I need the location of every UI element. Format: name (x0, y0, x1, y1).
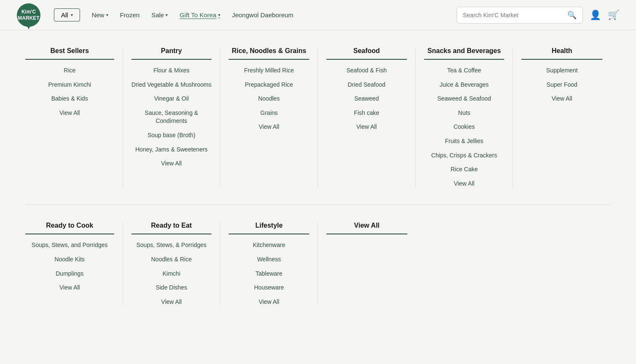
section-link-item[interactable]: View All (454, 180, 475, 188)
bottom-section-title-3: View All (326, 222, 407, 234)
section-link-item[interactable]: View All (259, 123, 279, 131)
nav-frozen[interactable]: Frozen (120, 11, 140, 19)
header: Kim'C MARKET All ▾ New ▾ Frozen Sale ▾ G… (0, 0, 636, 30)
bottom-link-item[interactable]: Dumplings (56, 270, 83, 278)
section-link-item[interactable]: Tea & Coffee (447, 66, 481, 75)
section-link-item[interactable]: Grains (260, 109, 278, 117)
section-links-0: RicePremium KimchiBabies & KidsView All (25, 66, 114, 117)
section-title-3: Seafood (326, 47, 407, 60)
section-link-item[interactable]: Soup base (Broth) (147, 131, 195, 140)
section-title-1: Pantry (131, 47, 212, 60)
section-link-item[interactable]: Fruits & Jellies (445, 137, 483, 146)
section-4: Snacks and BeveragesTea & CoffeeJuice & … (416, 47, 513, 188)
section-link-item[interactable]: Dried Seafood (348, 81, 386, 89)
section-link-item[interactable]: Flour & Mixes (153, 66, 190, 75)
bottom-section-1: Ready to EatSoups, Stews, & PorridgesNoo… (123, 222, 221, 306)
bottom-link-item[interactable]: View All (259, 298, 279, 306)
cart-icon[interactable]: 🛒 (608, 10, 619, 21)
section-links-5: SupplementSuper FoodView All (521, 66, 602, 103)
logo[interactable]: Kim'C MARKET (17, 3, 40, 27)
search-button[interactable]: 🔍 (567, 11, 577, 20)
nav-new[interactable]: New ▾ (92, 11, 108, 19)
section-link-item[interactable]: Cookies (454, 123, 475, 131)
section-link-item[interactable]: Rice Cake (451, 165, 478, 174)
section-link-item[interactable]: Seafood & Fish (346, 66, 387, 75)
section-link-item[interactable]: Freshly Milled Rice (244, 66, 294, 75)
bottom-link-item[interactable]: Kimchi (163, 270, 180, 278)
section-link-item[interactable]: Seaweed & Seafood (437, 95, 491, 103)
nav-gift[interactable]: Gift To Korea ▾ (179, 11, 220, 19)
nav-new-chevron-icon: ▾ (106, 13, 108, 17)
section-link-item[interactable]: View All (59, 109, 80, 117)
section-link-item[interactable]: View All (356, 123, 377, 131)
section-0: Best SellersRicePremium KimchiBabies & K… (25, 47, 123, 188)
dropdown-content: Best SellersRicePremium KimchiBabies & K… (0, 30, 636, 364)
section-link-item[interactable]: Rice (64, 66, 75, 75)
nav-all-label: All (61, 11, 68, 19)
bottom-section-title-1: Ready to Eat (131, 222, 212, 234)
search-icon: 🔍 (567, 11, 577, 19)
section-link-item[interactable]: Noodles (258, 95, 280, 103)
section-link-item[interactable]: View All (161, 159, 182, 168)
search-area: 🔍 👤 🛒 (457, 7, 619, 24)
section-link-item[interactable]: View All (552, 95, 572, 103)
bottom-link-item[interactable]: Houseware (254, 284, 284, 292)
section-2: Rice, Noodles & GrainsFreshly Milled Ric… (220, 47, 318, 188)
section-link-item[interactable]: Honey, Jams & Sweeteners (135, 146, 208, 154)
bottom-link-item[interactable]: View All (59, 284, 80, 292)
section-link-item[interactable]: Prepackaged Rice (245, 81, 293, 89)
logo-text: Kim'C MARKET (18, 9, 39, 21)
bottom-link-item[interactable]: Noodles & Rice (151, 255, 192, 264)
nav-sale[interactable]: Sale ▾ (151, 11, 168, 19)
section-title-4: Snacks and Beverages (424, 47, 505, 60)
section-links-1: Flour & MixesDried Vegetable & Mushrooms… (131, 66, 212, 168)
section-3: SeafoodSeafood & FishDried SeafoodSeawee… (318, 47, 416, 188)
section-1: PantryFlour & MixesDried Vegetable & Mus… (123, 47, 221, 188)
bottom-link-item[interactable]: Noodle Kits (55, 255, 85, 264)
nav-all-button[interactable]: All ▾ (54, 8, 80, 21)
section-title-0: Best Sellers (25, 47, 114, 60)
search-box: 🔍 (457, 7, 583, 24)
bottom-grid: Ready to CookSoups, Stews, and Porridges… (25, 222, 611, 306)
bottom-links-0: Soups, Stews, and PorridgesNoodle KitsDu… (25, 241, 114, 292)
section-link-item[interactable]: Nuts (458, 109, 470, 117)
nav-jeongwol[interactable]: Jeongwol Daeboreum (232, 11, 294, 19)
section-title-5: Health (521, 47, 602, 60)
section-link-item[interactable]: Supplement (546, 66, 578, 75)
bottom-link-item[interactable]: Soups, Stews, and Porridges (32, 241, 108, 250)
bottom-links-1: Soups, Stews, & PorridgesNoodles & RiceK… (131, 241, 212, 306)
section-link-item[interactable]: Sauce, Seasoning & Condiments (131, 109, 212, 125)
bottom-link-item[interactable]: Tableware (256, 270, 283, 278)
section-5: HealthSupplementSuper FoodView All (513, 47, 611, 188)
nav-sale-chevron-icon: ▾ (166, 13, 168, 17)
user-icon[interactable]: 👤 (590, 10, 601, 21)
nav-all-chevron-icon: ▾ (71, 13, 73, 17)
search-input[interactable] (463, 12, 564, 19)
section-links-4: Tea & CoffeeJuice & BeveragesSeaweed & S… (424, 66, 505, 188)
section-link-item[interactable]: Fish cake (354, 109, 379, 117)
section-link-item[interactable]: Juice & Beverages (440, 81, 489, 89)
bottom-link-item[interactable]: Side Dishes (156, 284, 187, 292)
section-link-item[interactable]: Dried Vegetable & Mushrooms (131, 81, 211, 89)
section-link-item[interactable]: Vinegar & Oil (154, 95, 189, 103)
section-links-3: Seafood & FishDried SeafoodSeaweedFish c… (326, 66, 407, 131)
section-link-item[interactable]: Chips, Crisps & Crackers (431, 151, 497, 160)
bottom-link-item[interactable]: Soups, Stews, & Porridges (136, 241, 207, 250)
bottom-section-title-2: Lifestyle (229, 222, 309, 234)
bottom-link-item[interactable]: View All (161, 298, 182, 306)
section-link-item[interactable]: Premium Kimchi (48, 81, 91, 89)
sections-grid: Best SellersRicePremium KimchiBabies & K… (25, 47, 611, 205)
section-link-item[interactable]: Super Food (547, 81, 577, 89)
bottom-link-item[interactable]: Kitchenware (253, 241, 285, 250)
bottom-links-2: KitchenwareWellnessTablewareHousewareVie… (229, 241, 309, 306)
nav-gift-chevron-icon: ▾ (218, 13, 220, 17)
bottom-section-0: Ready to CookSoups, Stews, and Porridges… (25, 222, 123, 306)
bottom-section-2: LifestyleKitchenwareWellnessTablewareHou… (220, 222, 318, 306)
bottom-section-title-0: Ready to Cook (25, 222, 114, 234)
main-nav: All ▾ New ▾ Frozen Sale ▾ Gift To Korea … (54, 8, 443, 21)
section-link-item[interactable]: Seaweed (354, 95, 379, 103)
section-link-item[interactable]: Babies & Kids (51, 95, 88, 103)
section-title-2: Rice, Noodles & Grains (229, 47, 309, 60)
section-links-2: Freshly Milled RicePrepackaged RiceNoodl… (229, 66, 309, 131)
bottom-link-item[interactable]: Wellness (257, 255, 281, 264)
